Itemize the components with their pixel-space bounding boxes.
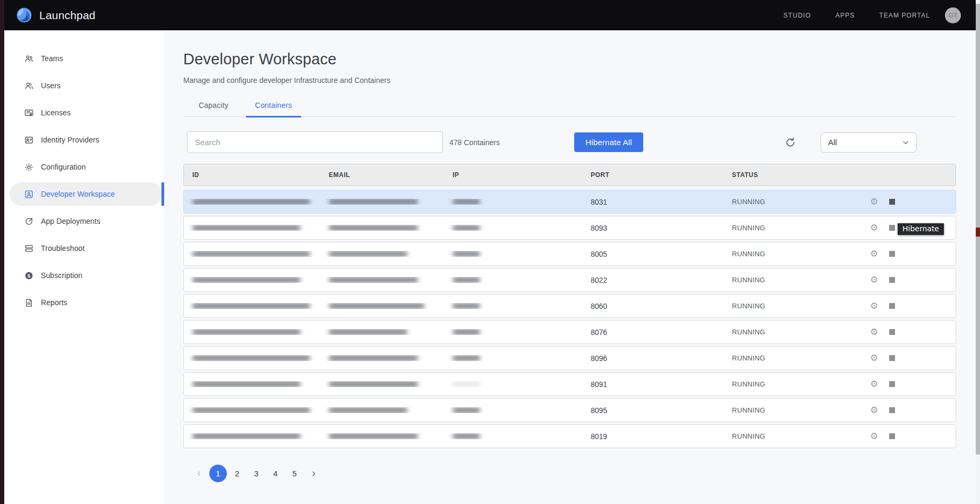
stop-icon[interactable]	[889, 199, 895, 205]
table-row[interactable]: 8060RUNNING⚙	[183, 294, 956, 318]
sidebar-item-configuration[interactable]: Configuration	[4, 155, 164, 179]
sidebar-item-label: App Deployments	[41, 217, 100, 225]
pagination-page-5[interactable]: 5	[286, 465, 303, 482]
gear-icon[interactable]: ⚙	[870, 380, 878, 389]
cell-port: 8005	[582, 250, 723, 258]
cell-port: 8022	[582, 276, 723, 284]
cell-id-redacted	[184, 329, 320, 335]
cell-port: 8076	[582, 328, 723, 337]
reports-icon	[24, 298, 34, 308]
sidebar-item-teams[interactable]: Teams	[4, 47, 164, 70]
cell-email-redacted	[320, 433, 444, 439]
cell-port: 8019	[582, 432, 723, 441]
sidebar-item-reports[interactable]: Reports	[4, 291, 164, 314]
gear-icon[interactable]: ⚙	[870, 197, 878, 206]
refresh-icon[interactable]	[785, 137, 796, 148]
cell-ip-redacted	[444, 329, 582, 335]
cell-port: 8031	[582, 198, 723, 206]
status-badge: RUNNING	[723, 380, 867, 388]
avatar[interactable]: GT	[945, 7, 961, 23]
page-title: Developer Workspace	[183, 51, 956, 68]
sidebar-item-app-deployments[interactable]: App Deployments	[4, 209, 164, 233]
status-badge: RUNNING	[723, 276, 867, 284]
sidebar: TeamsUsersLicensesIdentity ProvidersConf…	[4, 30, 164, 504]
cell-ip-redacted	[444, 199, 582, 205]
cell-email-redacted	[320, 329, 444, 335]
app-deployments-icon	[24, 216, 34, 226]
cell-ip-redacted	[444, 277, 582, 283]
stop-icon[interactable]	[889, 251, 895, 257]
table-row[interactable]: 8019RUNNING⚙	[183, 424, 956, 448]
table-body: 8031RUNNING⚙8093RUNNING⚙8005RUNNING⚙8022…	[183, 190, 956, 448]
sidebar-item-identity-providers[interactable]: Identity Providers	[4, 128, 164, 152]
cell-email-redacted	[320, 303, 444, 309]
stop-icon[interactable]	[889, 381, 895, 387]
table-row[interactable]: 8091RUNNING⚙	[183, 372, 956, 396]
gear-icon[interactable]: ⚙	[870, 223, 878, 232]
tab-capacity[interactable]: Capacity	[190, 101, 237, 116]
table-row[interactable]: 8031RUNNING⚙	[183, 190, 956, 214]
cell-port: 8091	[582, 380, 723, 389]
table-row[interactable]: 8022RUNNING⚙	[183, 268, 956, 292]
gear-icon[interactable]: ⚙	[870, 354, 878, 363]
stop-icon[interactable]	[889, 355, 895, 361]
gear-icon[interactable]: ⚙	[870, 275, 878, 284]
sidebar-item-subscription[interactable]: $Subscription	[4, 264, 164, 287]
table-row[interactable]: 8093RUNNING⚙	[183, 216, 956, 240]
scrollbar-track[interactable]	[976, 0, 980, 504]
cell-ip-redacted	[444, 407, 582, 413]
status-badge: RUNNING	[723, 328, 867, 336]
cell-ip-redacted	[444, 355, 582, 361]
tabs: Capacity Containers	[183, 101, 956, 117]
gear-icon[interactable]: ⚙	[870, 432, 878, 441]
topnav-team-portal[interactable]: TEAM PORTAL	[879, 12, 930, 19]
sidebar-item-label: Subscription	[41, 271, 82, 280]
row-actions: ⚙	[867, 249, 956, 258]
sidebar-item-users[interactable]: Users	[4, 74, 164, 97]
row-actions: ⚙	[867, 432, 956, 441]
stop-icon[interactable]	[889, 329, 895, 335]
row-actions: ⚙	[867, 197, 956, 206]
row-actions: ⚙	[867, 380, 956, 389]
topnav-studio[interactable]: STUDIO	[783, 12, 811, 19]
topnav-apps[interactable]: APPS	[836, 12, 855, 19]
pagination: ‹12345›	[190, 465, 956, 482]
pagination-prev[interactable]: ‹	[190, 465, 208, 482]
table-row[interactable]: 8095RUNNING⚙	[183, 398, 956, 422]
cell-id-redacted	[184, 381, 320, 387]
stop-icon[interactable]	[889, 407, 895, 413]
filter-dropdown[interactable]: All	[821, 132, 917, 153]
search-input[interactable]	[187, 131, 443, 153]
gear-icon[interactable]: ⚙	[870, 301, 878, 310]
sidebar-item-licenses[interactable]: Licenses	[4, 101, 164, 124]
gear-icon[interactable]: ⚙	[870, 406, 878, 415]
sidebar-item-troubleshoot[interactable]: Troubleshoot	[4, 237, 164, 260]
pagination-page-2[interactable]: 2	[228, 465, 246, 482]
sidebar-item-label: Users	[41, 81, 61, 90]
table-row[interactable]: 8096RUNNING⚙	[183, 346, 956, 370]
cell-port: 8095	[582, 406, 723, 415]
toolbar: 478 Containers Hibernate All All	[183, 131, 956, 153]
stop-icon[interactable]	[889, 303, 895, 309]
sidebar-item-developer-workspace[interactable]: Developer Workspace	[10, 182, 162, 206]
stop-icon[interactable]	[889, 277, 895, 283]
pagination-page-4[interactable]: 4	[267, 465, 284, 482]
sidebar-item-label: Troubleshoot	[41, 244, 84, 253]
stop-icon[interactable]	[889, 433, 895, 439]
pagination-page-1[interactable]: 1	[209, 465, 227, 482]
stop-icon[interactable]	[889, 225, 895, 231]
sidebar-nav: TeamsUsersLicensesIdentity ProvidersConf…	[4, 47, 164, 314]
table-row[interactable]: 8076RUNNING⚙	[183, 320, 956, 344]
cursor-artifact	[976, 228, 980, 237]
sidebar-item-label: Teams	[41, 54, 63, 63]
cell-email-redacted	[320, 355, 444, 361]
table-row[interactable]: 8005RUNNING⚙	[183, 242, 956, 266]
pagination-next[interactable]: ›	[305, 465, 322, 482]
gear-icon[interactable]: ⚙	[870, 249, 878, 258]
chevron-down-icon	[902, 139, 909, 146]
hibernate-all-button[interactable]: Hibernate All	[574, 132, 643, 152]
pagination-page-3[interactable]: 3	[248, 465, 265, 482]
tab-containers[interactable]: Containers	[246, 101, 301, 116]
troubleshoot-icon	[24, 243, 34, 254]
gear-icon[interactable]: ⚙	[870, 327, 878, 337]
